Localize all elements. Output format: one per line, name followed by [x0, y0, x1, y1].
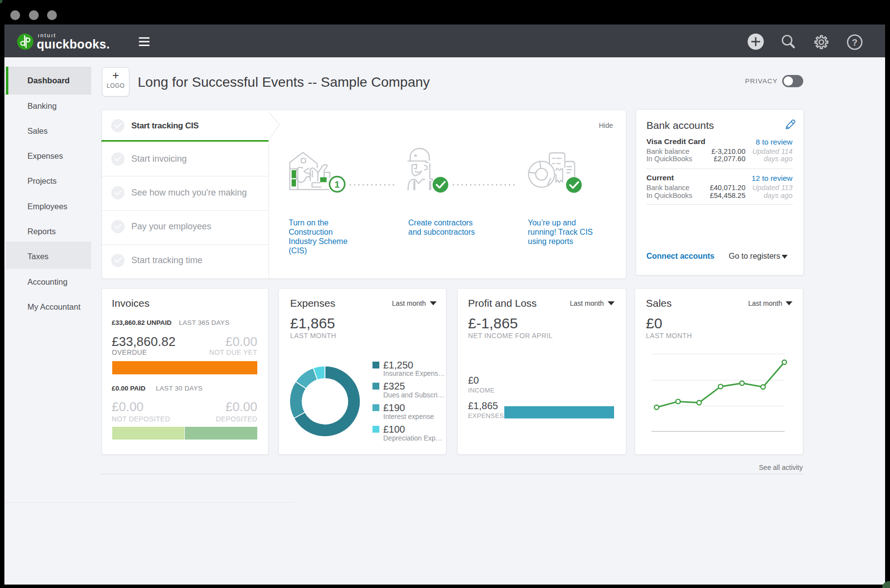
svg-text:1: 1: [335, 179, 340, 190]
svg-text:?: ?: [852, 38, 858, 48]
svg-text:quıckbooks.: quıckbooks.: [37, 37, 110, 51]
